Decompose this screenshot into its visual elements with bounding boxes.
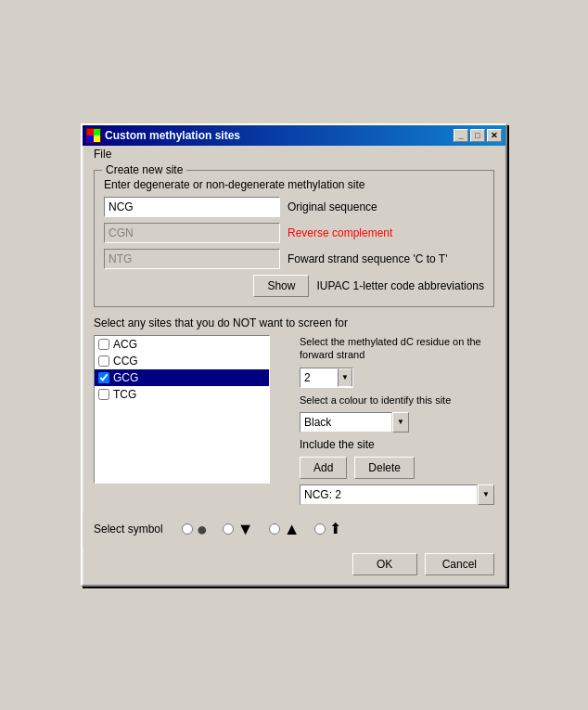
symbol-row: Select symbol ● ▼ ▲ ⬆ bbox=[83, 512, 505, 546]
list-item[interactable]: GCG bbox=[95, 369, 269, 386]
screen-section: Select any sites that you do NOT want to… bbox=[94, 316, 494, 505]
ncg-dropdown-arrow[interactable]: ▼ bbox=[478, 484, 494, 505]
reverse-complement-input[interactable] bbox=[104, 223, 280, 243]
two-column-layout: ACGCCGGCGTCG Select the methylated dC re… bbox=[94, 335, 494, 505]
list-item-label: ACG bbox=[113, 338, 137, 351]
include-label: Include the site bbox=[300, 438, 494, 451]
cancel-button[interactable]: Cancel bbox=[425, 553, 494, 575]
colour-combo: ▼ bbox=[300, 412, 409, 432]
menu-bar: File bbox=[83, 146, 505, 162]
symbol-label: Select symbol bbox=[94, 523, 163, 536]
symbol-radio-1: ● bbox=[182, 520, 208, 538]
triangle-up-symbol: ▲ bbox=[284, 521, 300, 537]
content-area: Create new site Enter degenerate or non-… bbox=[83, 162, 505, 512]
circle-symbol: ● bbox=[197, 520, 208, 538]
list-item-label: TCG bbox=[113, 388, 136, 401]
right-panel: Select the methylated dC residue on the … bbox=[300, 335, 494, 505]
original-sequence-row: Original sequence bbox=[104, 197, 484, 217]
methylated-dropdown-arrow[interactable]: ▼ bbox=[338, 368, 352, 387]
colour-select-row: ▼ bbox=[300, 412, 494, 432]
forward-strand-input[interactable] bbox=[104, 249, 280, 269]
arrow-symbol: ⬆ bbox=[329, 522, 341, 536]
methylated-select-row: ▼ bbox=[300, 368, 494, 388]
close-button[interactable]: ✕ bbox=[487, 129, 502, 142]
iupac-label: IUPAC 1-letter code abbreviations bbox=[316, 279, 484, 292]
methylated-value-input[interactable] bbox=[300, 369, 338, 386]
create-site-label: Create new site bbox=[102, 163, 186, 176]
svg-rect-0 bbox=[87, 129, 94, 136]
forward-strand-label: Foward strand sequence 'C to T' bbox=[288, 252, 447, 265]
triangle-down-symbol: ▼ bbox=[237, 521, 254, 537]
reverse-complement-label: Reverse complement bbox=[288, 226, 392, 239]
reverse-complement-row: Reverse complement bbox=[104, 223, 484, 243]
list-item-label: GCG bbox=[113, 371, 138, 384]
title-bar: Custom methylation sites _ □ ✕ bbox=[83, 125, 505, 146]
symbol-radio-4: ⬆ bbox=[314, 522, 341, 536]
sites-list-container: ACGCCGGCGTCG bbox=[94, 335, 288, 505]
symbol-radio-triangle-down[interactable] bbox=[223, 523, 234, 535]
show-row: Show IUPAC 1-letter code abbreviations bbox=[104, 275, 484, 297]
window-title: Custom methylation sites bbox=[105, 129, 450, 142]
forward-strand-row: Foward strand sequence 'C to T' bbox=[104, 249, 484, 269]
original-sequence-label: Original sequence bbox=[288, 200, 377, 213]
list-item-checkbox[interactable] bbox=[98, 355, 109, 367]
file-menu[interactable]: File bbox=[90, 146, 115, 162]
svg-rect-3 bbox=[94, 136, 100, 142]
main-window: Custom methylation sites _ □ ✕ File Crea… bbox=[81, 123, 507, 587]
footer: OK Cancel bbox=[83, 546, 505, 585]
colour-label: Select a colour to identify this site bbox=[300, 394, 494, 407]
colour-dropdown-arrow[interactable]: ▼ bbox=[392, 412, 409, 432]
list-item[interactable]: ACG bbox=[95, 336, 269, 353]
list-item[interactable]: CCG bbox=[95, 353, 269, 369]
symbol-radio-triangle-up[interactable] bbox=[269, 523, 280, 535]
minimize-button[interactable]: _ bbox=[454, 129, 468, 142]
ncg-combo: ▼ bbox=[300, 484, 494, 505]
symbol-radio-circle[interactable] bbox=[182, 523, 193, 535]
list-item[interactable]: TCG bbox=[95, 386, 269, 403]
ncg-input[interactable] bbox=[300, 484, 478, 505]
colour-input[interactable] bbox=[300, 412, 392, 432]
ok-button[interactable]: OK bbox=[352, 553, 417, 575]
symbol-radio-arrow[interactable] bbox=[314, 523, 326, 535]
add-delete-row: Add Delete bbox=[300, 457, 494, 479]
sites-list-box[interactable]: ACGCCGGCGTCG bbox=[94, 335, 270, 484]
delete-button[interactable]: Delete bbox=[354, 457, 415, 479]
list-item-checkbox[interactable] bbox=[98, 339, 109, 350]
svg-rect-1 bbox=[94, 129, 100, 136]
methylated-label: Select the methylated dC residue on the … bbox=[300, 335, 494, 362]
window-icon bbox=[86, 128, 101, 143]
symbol-radio-2: ▼ bbox=[223, 521, 254, 537]
screen-label: Select any sites that you do NOT want to… bbox=[94, 316, 494, 329]
add-button[interactable]: Add bbox=[300, 457, 347, 479]
list-item-checkbox[interactable] bbox=[98, 372, 109, 383]
maximize-button[interactable]: □ bbox=[470, 129, 485, 142]
symbol-radio-3: ▲ bbox=[269, 521, 300, 537]
description-text: Enter degenerate or non-degenerate methy… bbox=[104, 178, 484, 191]
list-item-label: CCG bbox=[113, 355, 138, 368]
svg-rect-2 bbox=[87, 136, 94, 142]
methylated-select[interactable]: ▼ bbox=[300, 368, 353, 388]
show-button[interactable]: Show bbox=[253, 275, 309, 297]
window-controls: _ □ ✕ bbox=[454, 129, 502, 142]
list-item-checkbox[interactable] bbox=[98, 389, 109, 400]
original-sequence-input[interactable] bbox=[104, 197, 280, 217]
create-site-group: Create new site Enter degenerate or non-… bbox=[94, 170, 494, 307]
